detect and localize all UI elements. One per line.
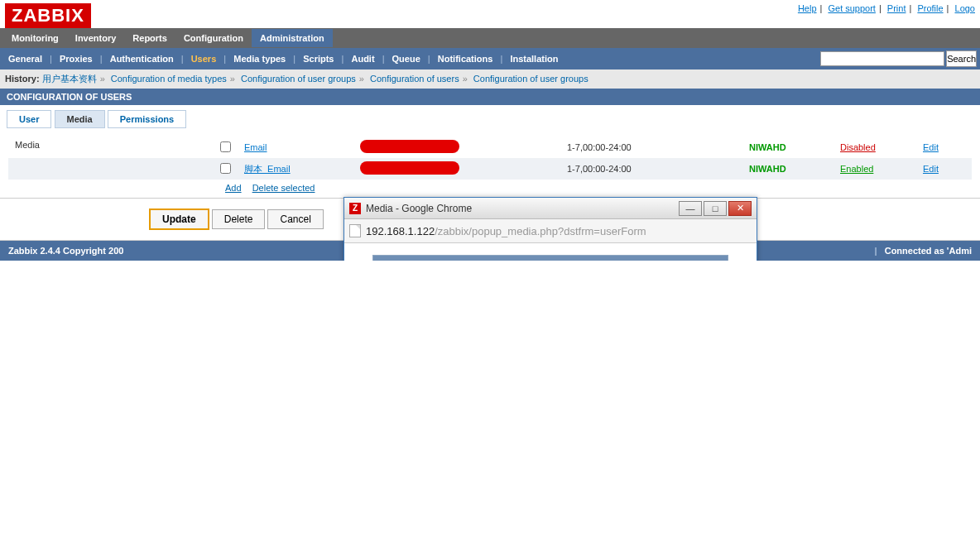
update-button[interactable]: Update xyxy=(149,208,209,230)
history-item[interactable]: 用户基本资料 xyxy=(42,74,97,84)
search-button[interactable]: Search xyxy=(946,50,977,67)
header-links: Help| Get support| Print| Profile| Logo xyxy=(798,3,975,13)
tab-permissions[interactable]: Permissions xyxy=(108,110,186,128)
page-icon xyxy=(349,224,361,237)
window-titlebar[interactable]: Z Media - Google Chrome — □ ✕ xyxy=(344,198,757,219)
history-item[interactable]: Configuration of users xyxy=(370,74,459,84)
subnav-authentication[interactable]: Authentication xyxy=(105,54,179,64)
close-icon[interactable]: ✕ xyxy=(728,201,752,216)
breadcrumb: History: 用户基本资料» Configuration of media … xyxy=(0,70,980,89)
row-checkbox[interactable] xyxy=(220,163,231,174)
add-media-link[interactable]: Add xyxy=(225,183,242,193)
edit-link[interactable]: Edit xyxy=(923,142,939,152)
subnav-scripts[interactable]: Scripts xyxy=(298,54,339,64)
media-table: Media Email 1-7,00:00-24:00 NIWAHD Disab… xyxy=(8,137,972,180)
media-type-link[interactable]: 脚本_Email xyxy=(244,164,291,174)
nav-configuration[interactable]: Configuration xyxy=(175,29,252,47)
print-link[interactable]: Print xyxy=(887,3,906,13)
sub-nav: General | Proxies | Authentication | Use… xyxy=(0,48,980,70)
media-severity: NIWAHD xyxy=(749,164,786,174)
media-type-link[interactable]: Email xyxy=(244,142,267,152)
subnav-users[interactable]: Users xyxy=(186,54,222,64)
nav-administration[interactable]: Administration xyxy=(252,29,333,47)
status-toggle[interactable]: Disabled xyxy=(840,142,876,152)
history-item[interactable]: Configuration of user groups xyxy=(473,74,588,84)
media-label: Media xyxy=(8,137,214,158)
tabs: User Media Permissions xyxy=(0,105,980,133)
delete-button[interactable]: Delete xyxy=(212,209,266,229)
help-link[interactable]: Help xyxy=(798,3,817,13)
zabbix-favicon: Z xyxy=(349,203,361,214)
media-when: 1-7,00:00-24:00 xyxy=(560,158,742,180)
nav-inventory[interactable]: Inventory xyxy=(67,29,125,47)
tab-user[interactable]: User xyxy=(7,110,51,128)
media-severity: NIWAHD xyxy=(749,142,786,152)
redacted-sendto xyxy=(360,140,459,153)
search-input[interactable] xyxy=(820,51,944,66)
logout-link[interactable]: Logo xyxy=(955,3,975,13)
subnav-queue[interactable]: Queue xyxy=(387,54,425,64)
zabbix-logo[interactable]: ZABBIX xyxy=(5,3,91,28)
subnav-proxies[interactable]: Proxies xyxy=(55,54,98,64)
nav-reports[interactable]: Reports xyxy=(124,29,175,47)
address-bar[interactable]: 192.168.1.122/zabbix/popup_media.php?dst… xyxy=(366,225,646,237)
history-item[interactable]: Configuration of user groups xyxy=(241,74,356,84)
media-popup: Z Media - Google Chrome — □ ✕ 192.168.1.… xyxy=(343,197,757,261)
tab-media[interactable]: Media xyxy=(55,110,105,128)
form-header: New media xyxy=(373,256,728,261)
redacted-sendto xyxy=(360,161,459,175)
subnav-installation[interactable]: Installation xyxy=(505,54,563,64)
media-when: 1-7,00:00-24:00 xyxy=(560,137,742,158)
minimize-icon[interactable]: — xyxy=(679,201,702,216)
nav-monitoring[interactable]: Monitoring xyxy=(3,29,67,47)
history-item[interactable]: Configuration of media types xyxy=(111,74,227,84)
main-nav: Monitoring Inventory Reports Configurati… xyxy=(0,28,980,48)
maximize-icon[interactable]: □ xyxy=(704,201,727,216)
delete-selected-link[interactable]: Delete selected xyxy=(252,183,315,193)
subnav-general[interactable]: General xyxy=(3,54,47,64)
row-checkbox[interactable] xyxy=(220,141,231,152)
status-toggle[interactable]: Enabled xyxy=(840,164,873,174)
window-title: Media - Google Chrome xyxy=(366,203,472,214)
subnav-media-types[interactable]: Media types xyxy=(228,54,291,64)
subnav-notifications[interactable]: Notifications xyxy=(433,54,498,64)
edit-link[interactable]: Edit xyxy=(923,164,939,174)
support-link[interactable]: Get support xyxy=(828,3,875,13)
subnav-audit[interactable]: Audit xyxy=(346,54,379,64)
profile-link[interactable]: Profile xyxy=(917,3,943,13)
cancel-button[interactable]: Cancel xyxy=(267,209,323,229)
section-title: CONFIGURATION OF USERS xyxy=(0,89,980,105)
